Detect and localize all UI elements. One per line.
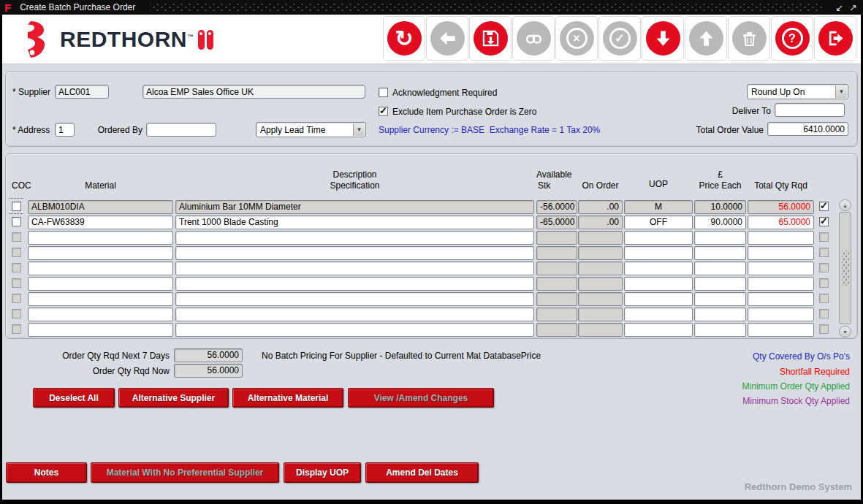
move-up-icon (696, 28, 716, 48)
total-qty-rqd-cell (748, 246, 814, 260)
description-cell (175, 277, 534, 291)
toolbar-frame-search (512, 16, 555, 61)
uop-column-header: UOP (624, 179, 693, 189)
chevron-down-icon[interactable]: ▼ (353, 123, 365, 136)
coc-checkbox (12, 324, 21, 334)
available-stk-cell (536, 308, 577, 321)
stk-column-header: Stk (538, 180, 550, 191)
scroll-down-icon[interactable]: ▼ (839, 326, 851, 337)
scrollbar-thumb[interactable] (839, 212, 851, 324)
coc-checkbox[interactable] (12, 202, 21, 211)
coc-checkbox[interactable] (12, 217, 21, 226)
uop-cell (624, 292, 693, 306)
search-icon (524, 28, 544, 48)
row-select-checkbox[interactable] (819, 202, 829, 211)
total-qty-rqd-cell (748, 292, 814, 306)
amend-del-dates-button[interactable]: Amend Del Dates (365, 462, 479, 483)
on-order-cell (578, 246, 623, 260)
price-each-cell[interactable]: 90.0000 (694, 215, 746, 229)
price-each-cell (694, 246, 746, 260)
alternative-material-button[interactable]: Alternative Material (232, 388, 343, 408)
price-each-cell (694, 292, 746, 306)
uop-cell[interactable]: M (624, 200, 693, 214)
notes-button[interactable]: Notes (6, 462, 87, 483)
restore-window-icon[interactable]: ↙ (835, 3, 843, 12)
total-qty-rqd-column-header: Total Qty Rqd (748, 180, 814, 191)
total-qty-rqd-cell[interactable]: 65.0000 (748, 215, 814, 229)
forms-app-icon: F (4, 1, 11, 14)
material-cell (28, 246, 173, 260)
price-each-cell (694, 261, 746, 275)
titlebar-pattern (150, 4, 824, 12)
toolbar-frame-cancel: × (555, 16, 598, 61)
delete-icon (740, 28, 759, 48)
lead-time-dropdown[interactable]: Apply Lead Time ▼ (256, 122, 366, 137)
row-select-checkbox[interactable] (819, 217, 829, 226)
acknowledgment-required-label: Acknowledgment Required (392, 88, 497, 98)
available-column-header: Available (536, 169, 571, 180)
acknowledgment-required-checkbox[interactable] (379, 88, 388, 97)
description-cell (175, 246, 534, 260)
material-cell[interactable]: CA-FW63839 (28, 215, 173, 229)
toolbar-back-button[interactable] (430, 21, 465, 56)
toolbar-frame-move-up (685, 16, 727, 61)
batch-pricing-message: No Batch Pricing For Supplier - Defaulte… (262, 351, 541, 361)
uop-cell (624, 246, 693, 260)
chevron-down-icon[interactable]: ▼ (835, 85, 847, 98)
display-uop-button[interactable]: Display UOP (284, 462, 361, 483)
toolbar-refresh-button[interactable]: ↻ (387, 21, 422, 56)
material-cell (28, 323, 173, 337)
toolbar-approve-button[interactable]: ✓ (603, 21, 637, 56)
material-cell (28, 277, 173, 291)
toolbar-move-down-button[interactable] (646, 21, 680, 56)
maximize-window-icon[interactable]: ↗ (849, 3, 857, 12)
description-cell[interactable]: Trent 1000 Blade Casting (175, 215, 534, 229)
deliver-to-field[interactable] (775, 103, 845, 117)
address-field[interactable] (55, 123, 75, 137)
row-select-checkbox (819, 309, 829, 318)
view-amend-changes-button: View /Amend Changes (348, 388, 494, 408)
on-order-column-header: On Order (578, 180, 623, 191)
round-up-dropdown[interactable]: Round Up On ▼ (747, 84, 848, 99)
toolbar-delete-button[interactable] (732, 21, 767, 56)
legend-minimum-order-qty-applied: Minimum Order Qty Applied (742, 381, 850, 392)
toolbar-move-up-button[interactable] (689, 21, 723, 56)
available-stk-cell (536, 292, 577, 306)
toolbar-save-button[interactable] (474, 21, 508, 56)
save-icon (481, 28, 501, 48)
coc-checkbox (12, 248, 21, 257)
supplier-code-field[interactable] (55, 85, 109, 99)
deselect-all-button[interactable]: Deselect All (33, 388, 115, 408)
coc-checkbox (12, 278, 21, 288)
supplier-name-field[interactable] (142, 85, 365, 99)
price-each-cell[interactable]: 10.0000 (694, 200, 746, 214)
total-qty-rqd-cell (748, 277, 814, 291)
on-order-cell (578, 308, 623, 321)
move-down-icon (653, 28, 673, 48)
toolbar-search-button[interactable] (517, 21, 551, 56)
uop-cell[interactable]: OFF (624, 215, 693, 229)
ordered-by-field[interactable] (146, 123, 216, 137)
material-cell[interactable]: ALBM010DIA (28, 200, 173, 214)
toolbar-help-button[interactable]: ? (775, 21, 810, 56)
material-cell (28, 308, 173, 321)
brand-bars-icon (198, 30, 213, 50)
on-order-cell (578, 323, 623, 337)
exclude-item-zero-checkbox[interactable] (379, 107, 388, 116)
row-select-checkbox (819, 263, 829, 272)
total-qty-rqd-cell[interactable]: 56.0000 (748, 200, 814, 214)
toolbar-exit-button[interactable] (818, 21, 853, 56)
uop-cell (624, 261, 693, 275)
ordered-by-label: Ordered By (84, 125, 142, 135)
price-each-cell (694, 231, 746, 245)
toolbar-cancel-button[interactable]: × (560, 21, 594, 56)
total-order-value-field[interactable] (767, 122, 848, 136)
material-with-no-preferential-supplier-button: Material With No Preferential Supplier (91, 462, 279, 483)
description-column-header: Description (175, 169, 534, 180)
scroll-up-icon[interactable]: ▲ (839, 199, 851, 211)
alternative-supplier-button[interactable]: Alternative Supplier (118, 388, 229, 408)
on-order-cell (578, 292, 623, 306)
description-cell (175, 308, 534, 321)
description-cell[interactable]: Aluminium Bar 10MM Diameter (175, 200, 534, 214)
available-stk-cell: -65.0000 (536, 215, 577, 229)
